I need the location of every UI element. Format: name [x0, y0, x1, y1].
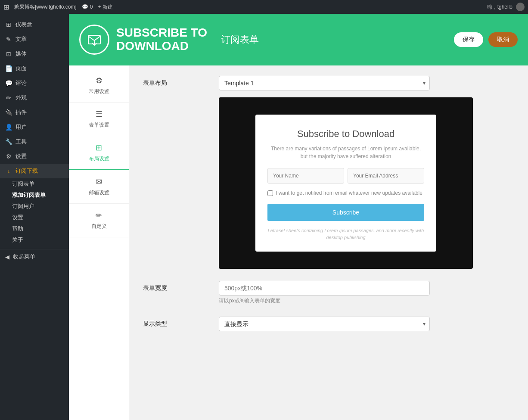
sidebar-collapse[interactable]: ◀ 收起菜单 — [0, 249, 69, 264]
preview-email-input[interactable] — [348, 168, 424, 184]
sidebar-item-dashboard[interactable]: ⊞ 仪表盘 — [0, 17, 69, 32]
tools-icon: 🔧 — [5, 138, 12, 145]
header-logo — [79, 25, 109, 55]
topbar-right: 嗨，tghello — [487, 3, 525, 11]
header-titles: SUBSCRIBE TODOWNLOAD — [116, 26, 207, 53]
topbar: ⊞ 糖果博客[www.tghello.com] 💬 0 + 新建 嗨，tghel… — [0, 0, 528, 14]
preview-description: There are many variations of passages of… — [267, 145, 424, 160]
sidebar-sub-list[interactable]: 订阅表单 — [0, 178, 69, 190]
sidebar-item-tools[interactable]: 🔧 工具 — [0, 134, 69, 149]
sidebar-item-posts[interactable]: ✎ 文章 — [0, 32, 69, 47]
appearance-icon: ✏ — [5, 94, 12, 101]
form-settings-icon: ☰ — [96, 109, 102, 119]
form-layout-control: Template 1 Template 2 Template 3 ▾ Subsc… — [219, 76, 514, 269]
display-type-select-wrapper: 直接显示 弹出显示 ▾ — [219, 317, 430, 331]
display-type-label: 显示类型 — [143, 317, 212, 328]
sidebar-sub-about[interactable]: 关于 — [0, 234, 69, 246]
form-width-input[interactable] — [219, 281, 430, 296]
sidebar-item-appearance[interactable]: ✏ 外观 — [0, 90, 69, 105]
content-area: ⚙ 常用设置 ☰ 表单设置 ⊞ 布局设置 ✉ 邮箱设置 ✏ 自定义 — [69, 65, 528, 420]
left-nav-custom[interactable]: ✏ 自定义 — [69, 204, 129, 237]
preview-footer: Letraset sheets containing Lorem Ipsum p… — [267, 227, 424, 241]
general-settings-icon: ⚙ — [96, 76, 102, 85]
preview-name-input[interactable] — [267, 168, 344, 184]
display-type-select[interactable]: 直接显示 弹出显示 — [219, 317, 430, 331]
preview-inputs — [267, 168, 424, 184]
form-width-row: 表单宽度 请以px或%输入表单的宽度 — [143, 281, 514, 305]
sidebar-item-media[interactable]: ⊡ 媒体 — [0, 47, 69, 61]
topbar-user[interactable]: 嗨，tghello — [487, 3, 512, 11]
sidebar-item-label: 媒体 — [16, 50, 27, 58]
preview-subscribe-button[interactable]: Subscribe — [267, 204, 424, 221]
main: SUBSCRIBE TODOWNLOAD 订阅表单 保存 取消 ⚙ 常用设置 ☰… — [69, 14, 528, 420]
custom-settings-icon: ✏ — [96, 211, 102, 220]
subscribe-icon: ↓ — [5, 168, 12, 174]
topbar-comments[interactable]: 💬 0 — [82, 4, 93, 10]
left-nav: ⚙ 常用设置 ☰ 表单设置 ⊞ 布局设置 ✉ 邮箱设置 ✏ 自定义 — [69, 65, 129, 420]
left-nav-general-label: 常用设置 — [89, 88, 109, 95]
left-nav-form[interactable]: ☰ 表单设置 — [69, 103, 129, 136]
media-icon: ⊡ — [5, 50, 12, 57]
sidebar-item-label: 订阅下载 — [16, 167, 38, 175]
wp-icon: ⊞ — [3, 3, 9, 11]
left-nav-general[interactable]: ⚙ 常用设置 — [69, 69, 129, 103]
email-settings-icon: ✉ — [96, 177, 102, 187]
sidebar-item-comments[interactable]: 💬 评论 — [0, 76, 69, 90]
sidebar-sub-help[interactable]: 帮助 — [0, 223, 69, 234]
preview-card: Subscribe to Download There are many var… — [255, 115, 436, 252]
preview-checkbox[interactable] — [267, 190, 273, 196]
save-button[interactable]: 保存 — [454, 32, 483, 47]
display-type-control: 直接显示 弹出显示 ▾ — [219, 317, 514, 331]
preview-checkbox-label: I want to get notified from email whatev… — [276, 190, 422, 197]
form-width-label: 表单宽度 — [143, 281, 212, 292]
header-banner: SUBSCRIBE TODOWNLOAD 订阅表单 保存 取消 — [69, 14, 528, 65]
form-layout-label: 表单布局 — [143, 76, 212, 87]
header-subtitle: 订阅表单 — [221, 33, 259, 46]
preview-box: Subscribe to Download There are many var… — [219, 97, 473, 269]
header-actions: 保存 取消 — [454, 32, 518, 47]
form-layout-select[interactable]: Template 1 Template 2 Template 3 — [219, 76, 430, 90]
plugins-icon: 🔌 — [5, 109, 12, 116]
sidebar-item-label: 评论 — [16, 79, 27, 87]
posts-icon: ✎ — [5, 36, 12, 43]
collapse-label: 收起菜单 — [13, 253, 35, 261]
sidebar-item-users[interactable]: 👤 用户 — [0, 120, 69, 134]
sidebar-item-label: 插件 — [16, 109, 27, 116]
form-width-hint: 请以px或%输入表单的宽度 — [219, 297, 514, 305]
left-nav-layout[interactable]: ⊞ 布局设置 — [69, 136, 129, 170]
sidebar-item-label: 用户 — [16, 123, 27, 131]
layout-settings-icon: ⊞ — [96, 143, 102, 152]
sidebar-item-label: 页面 — [16, 65, 27, 72]
sidebar-item-label: 工具 — [16, 138, 27, 146]
collapse-icon: ◀ — [5, 254, 9, 260]
form-width-control: 请以px或%输入表单的宽度 — [219, 281, 514, 305]
left-nav-form-label: 表单设置 — [89, 121, 109, 129]
comments-icon: 💬 — [5, 80, 12, 87]
sidebar-item-settings[interactable]: ⚙ 设置 — [0, 149, 69, 164]
sidebar-item-subscribe[interactable]: ↓ 订阅下载 — [0, 164, 69, 178]
users-icon: 👤 — [5, 124, 12, 131]
sidebar-item-label: 设置 — [16, 152, 27, 160]
display-type-row: 显示类型 直接显示 弹出显示 ▾ — [143, 317, 514, 331]
pages-icon: 📄 — [5, 65, 12, 72]
settings-panel: 表单布局 Template 1 Template 2 Template 3 ▾ — [129, 65, 528, 420]
sidebar-sub-settings[interactable]: 设置 — [0, 212, 69, 223]
sidebar-sub-add[interactable]: 添加订阅表单 — [0, 190, 69, 201]
cancel-button[interactable]: 取消 — [488, 32, 518, 47]
header-title-main: SUBSCRIBE TODOWNLOAD — [116, 26, 207, 53]
topbar-new[interactable]: + 新建 — [98, 3, 113, 11]
form-layout-row: 表单布局 Template 1 Template 2 Template 3 ▾ — [143, 76, 514, 269]
sidebar-item-plugins[interactable]: 🔌 插件 — [0, 105, 69, 120]
topbar-avatar — [516, 3, 525, 11]
form-layout-select-wrapper: Template 1 Template 2 Template 3 ▾ — [219, 76, 430, 90]
topbar-site-name[interactable]: 糖果博客[www.tghello.com] — [14, 3, 77, 11]
left-nav-custom-label: 自定义 — [91, 223, 107, 230]
preview-checkbox-row: I want to get notified from email whatev… — [267, 190, 424, 197]
preview-title: Subscribe to Download — [267, 128, 424, 140]
sidebar-item-label: 外观 — [16, 94, 27, 102]
left-nav-email[interactable]: ✉ 邮箱设置 — [69, 170, 129, 204]
left-nav-email-label: 邮箱设置 — [89, 189, 109, 196]
sidebar-sub-users[interactable]: 订阅用户 — [0, 201, 69, 212]
left-nav-layout-label: 布局设置 — [89, 155, 109, 162]
sidebar-item-pages[interactable]: 📄 页面 — [0, 61, 69, 76]
